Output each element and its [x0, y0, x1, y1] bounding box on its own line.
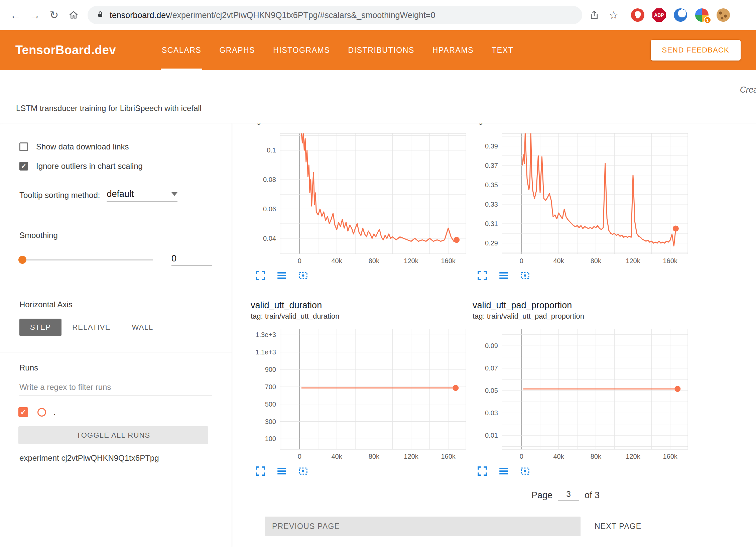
adblock-extension-icon[interactable]	[631, 8, 644, 22]
home-icon[interactable]	[66, 8, 81, 22]
settings-sidebar: Show data download links ✓ Ignore outlie…	[0, 123, 232, 547]
svg-text:120k: 120k	[404, 257, 418, 264]
previous-page-button[interactable]: PREVIOUS PAGE	[265, 517, 581, 536]
svg-text:0.06: 0.06	[263, 205, 276, 213]
url-path: /experiment/cj2vtPiwQHKN9Q1tx6PTpg/#scal…	[170, 10, 435, 20]
page-label: Page	[531, 490, 552, 501]
svg-text:0.08: 0.08	[263, 176, 276, 183]
address-bar[interactable]: tensorboard.dev/experiment/cj2vtPiwQHKN9…	[88, 6, 582, 24]
svg-text:80k: 80k	[591, 453, 602, 460]
svg-text:120k: 120k	[626, 453, 640, 460]
tab-histograms[interactable]: HISTOGRAMS	[264, 30, 339, 70]
svg-text:300: 300	[265, 418, 276, 425]
chart-title: valid_utt_pad_proportion	[473, 299, 690, 311]
svg-text:0: 0	[298, 453, 301, 460]
next-page-button[interactable]: NEXT PAGE	[593, 522, 643, 531]
subheader: Crea LSTM transducer training for LibriS…	[0, 70, 756, 123]
run-name: .	[53, 408, 56, 417]
divider	[0, 216, 232, 216]
chart-plot: 0.040.060.080.1040k80k120k160k	[251, 131, 468, 264]
svg-text:0.33: 0.33	[485, 201, 498, 208]
tab-distributions[interactable]: DISTRIBUTIONS	[339, 30, 423, 70]
svg-text:0.39: 0.39	[485, 142, 498, 150]
svg-text:40k: 40k	[553, 453, 564, 460]
reload-icon[interactable]: ↻	[47, 8, 61, 22]
svg-text:40k: 40k	[553, 257, 564, 264]
chart-card: tag: train/… 0.040.060.080.1040k80k120k1…	[251, 123, 468, 281]
created-text: Crea	[740, 85, 756, 95]
cookie-extension-icon[interactable]	[717, 8, 730, 22]
pie-extension-icon[interactable]: 1	[695, 8, 709, 22]
url-text: tensorboard.dev/experiment/cj2vtPiwQHKN9…	[110, 10, 435, 20]
fit-domain-icon[interactable]	[297, 465, 309, 477]
horizontal-axis-buttons: STEP RELATIVE WALL	[19, 319, 232, 336]
forward-icon[interactable]: →	[27, 8, 42, 22]
smoothing-slider-thumb[interactable]	[18, 256, 26, 264]
expand-chart-icon[interactable]	[477, 270, 488, 281]
data-lines-icon[interactable]	[276, 465, 287, 477]
send-feedback-button[interactable]: SEND FEEDBACK	[651, 40, 741, 61]
expand-chart-icon[interactable]	[255, 465, 266, 477]
svg-text:0.04: 0.04	[263, 235, 276, 242]
fit-domain-icon[interactable]	[519, 465, 531, 477]
page-number-input[interactable]: 3	[558, 489, 579, 501]
tab-scalars[interactable]: SCALARS	[153, 30, 211, 70]
fit-domain-icon[interactable]	[519, 270, 531, 281]
bookmark-star-icon[interactable]: ☆	[606, 8, 621, 22]
page-of-label: of 3	[585, 490, 600, 501]
data-lines-icon[interactable]	[498, 270, 509, 281]
expand-chart-icon[interactable]	[477, 465, 488, 477]
page-buttons: PREVIOUS PAGE NEXT PAGE	[265, 517, 756, 536]
axis-relative-button[interactable]: RELATIVE	[61, 319, 121, 336]
svg-text:0: 0	[298, 257, 301, 264]
svg-text:120k: 120k	[626, 257, 640, 264]
svg-text:160k: 160k	[663, 257, 677, 264]
show-download-links-checkbox[interactable]	[19, 142, 28, 151]
charts-row-bottom: valid_utt_duration tag: train/valid_utt_…	[251, 299, 756, 477]
run-checkbox[interactable]: ✓	[18, 407, 28, 417]
smoothing-value-input[interactable]: 0	[171, 253, 212, 266]
tab-text[interactable]: TEXT	[483, 30, 522, 70]
blue-extension-icon[interactable]	[674, 8, 687, 22]
svg-text:160k: 160k	[441, 453, 456, 460]
fit-domain-icon[interactable]	[297, 270, 309, 281]
smoothing-slider[interactable]	[19, 259, 153, 260]
ignore-outliers-checkbox[interactable]: ✓	[19, 162, 28, 171]
chart-card: valid_utt_duration tag: train/valid_utt_…	[251, 299, 468, 477]
share-icon[interactable]	[587, 8, 602, 22]
tooltip-sorting-value: default	[107, 189, 134, 199]
chart-actions	[251, 270, 468, 281]
svg-text:0.35: 0.35	[485, 181, 498, 189]
data-lines-icon[interactable]	[276, 270, 287, 281]
svg-text:160k: 160k	[663, 453, 677, 460]
tensorboard-header: TensorBoard.dev SCALARSGRAPHSHISTOGRAMSD…	[0, 30, 756, 70]
content: Show data download links ✓ Ignore outlie…	[0, 123, 756, 547]
run-list-item: ✓ .	[18, 407, 212, 417]
tooltip-sorting-select[interactable]: default	[107, 189, 177, 202]
tooltip-sorting-label: Tooltip sorting method:	[19, 191, 100, 200]
chart-plot: 1003005007009001.1e+31.3e+3040k80k120k16…	[251, 326, 468, 460]
show-download-links-row: Show data download links	[19, 142, 212, 151]
svg-text:0.05: 0.05	[485, 387, 498, 394]
tab-hparams[interactable]: HPARAMS	[423, 30, 483, 70]
runs-regex-input[interactable]: Write a regex to filter runs	[19, 382, 212, 396]
abp-extension-icon[interactable]: ABP	[652, 8, 666, 22]
chart-tag: tag: train/valid_utt_duration	[251, 311, 468, 321]
svg-text:160k: 160k	[441, 257, 456, 264]
extensions: ABP 1	[631, 8, 730, 22]
axis-wall-button[interactable]: WALL	[121, 319, 164, 336]
toggle-all-runs-button[interactable]: TOGGLE ALL RUNS	[18, 426, 208, 444]
axis-step-button[interactable]: STEP	[19, 319, 61, 336]
expand-chart-icon[interactable]	[255, 270, 266, 281]
svg-text:0.03: 0.03	[485, 409, 498, 417]
show-download-links-label: Show data download links	[36, 142, 129, 151]
tab-graphs[interactable]: GRAPHS	[210, 30, 264, 70]
browser-chrome: ← → ↻ tensorboard.dev/experiment/cj2vtPi…	[0, 0, 756, 30]
ignore-outliers-label: Ignore outliers in chart scaling	[36, 161, 143, 171]
svg-text:40k: 40k	[331, 453, 342, 460]
data-lines-icon[interactable]	[498, 465, 509, 477]
svg-text:0.31: 0.31	[485, 220, 498, 227]
chart-actions	[473, 270, 690, 281]
back-icon[interactable]: ←	[8, 8, 23, 22]
chart-title: valid_utt_duration	[251, 299, 468, 311]
